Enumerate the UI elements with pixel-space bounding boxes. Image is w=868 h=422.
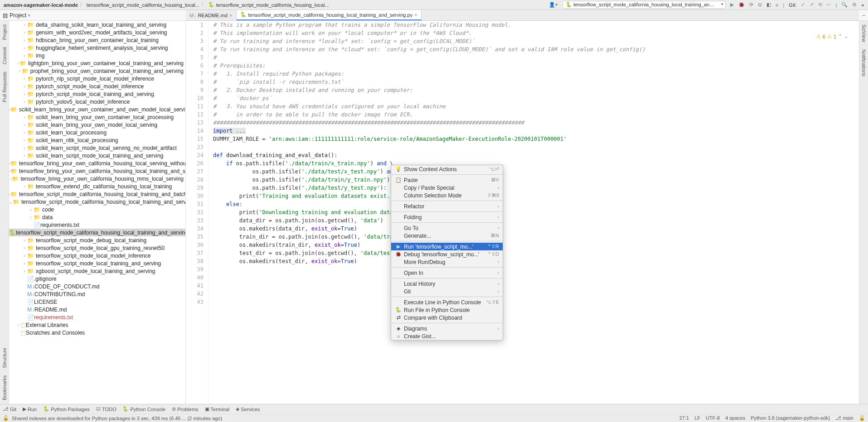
editor-tab[interactable]: 🐍 tensorflow_script_mode_california_hous… bbox=[237, 10, 422, 20]
git-update-icon[interactable]: ✓ bbox=[801, 2, 805, 8]
status-indent[interactable]: 4 spaces bbox=[725, 415, 745, 421]
context-menu-item[interactable]: ◈Diagrams› bbox=[391, 325, 503, 332]
search-icon[interactable]: 🔍 bbox=[841, 2, 848, 8]
code-editor[interactable]: 1234567891011121314152324262728293031323… bbox=[186, 21, 859, 404]
bottom-tool-terminal[interactable]: ▣ Terminal bbox=[205, 406, 230, 412]
status-caret[interactable]: 27:1 bbox=[679, 415, 689, 421]
hide-icon[interactable]: − bbox=[862, 12, 865, 19]
tree-item[interactable]: ›📁data bbox=[9, 213, 185, 221]
status-readonly-icon[interactable]: 🔓 bbox=[859, 415, 865, 421]
git-rollback-icon[interactable]: ⤺ bbox=[827, 2, 831, 8]
project-label[interactable]: Project bbox=[10, 12, 26, 19]
run-button[interactable]: ▶ bbox=[730, 2, 734, 8]
tree-item[interactable]: ›📁scikit_learn_nltk_local_processing bbox=[9, 136, 185, 144]
statusbar-lock-icon[interactable]: 🔓 bbox=[3, 415, 9, 421]
code-content[interactable]: # This is a sample Python program that t… bbox=[209, 21, 859, 404]
tree-item[interactable]: ›⬚ External Libraries bbox=[9, 321, 185, 329]
tree-item[interactable]: ›📁hdbscan_bring_your_own_container_local… bbox=[9, 36, 185, 44]
project-tree[interactable]: ›📁delta_sharing_scikit_learn_local_train… bbox=[9, 21, 185, 336]
tree-item[interactable]: ›📁gensim_with_word2vec_model_artifacts_l… bbox=[9, 29, 185, 36]
tree-item[interactable]: ›📁pytorch_yolov5_local_model_inference bbox=[9, 98, 185, 106]
context-menu-item[interactable]: Execute Line in Python Console⌥⇧E bbox=[391, 298, 503, 306]
close-icon[interactable]: × bbox=[229, 13, 232, 18]
context-menu-item[interactable]: ⇄Compare with Clipboard bbox=[391, 314, 503, 321]
bottom-tool-pypkg[interactable]: 🐍 Python Packages bbox=[43, 406, 90, 412]
bottom-tool-git[interactable]: ⎇ Git bbox=[3, 406, 16, 412]
git-history-icon[interactable]: ⟲ bbox=[818, 2, 822, 8]
settings-icon[interactable]: ⚙ bbox=[852, 2, 857, 8]
tree-item[interactable]: ›📁scikit_learn_local_processing bbox=[9, 129, 185, 136]
user-icon[interactable]: 👤▾ bbox=[549, 2, 558, 8]
tree-item[interactable]: ›📁delta_sharing_scikit_learn_local_train… bbox=[9, 21, 185, 29]
tree-item[interactable]: ›📁scikit_learn_bring_your_own_model_loca… bbox=[9, 121, 185, 129]
left-tool-project[interactable]: Project bbox=[2, 24, 7, 40]
breadcrumb-file[interactable]: tensorflow_script_mode_california_housin… bbox=[216, 2, 329, 8]
bottom-tool-todo[interactable]: ☑ TODO bbox=[96, 406, 116, 412]
tree-item[interactable]: M↓ CONTRIBUTING.md bbox=[9, 290, 185, 298]
context-menu-item[interactable]: Local History› bbox=[391, 280, 503, 288]
breadcrumb-root[interactable]: amazon-sagemaker-local-mode bbox=[4, 2, 78, 8]
profile-button[interactable]: ⊙ bbox=[758, 2, 762, 8]
project-view-selector[interactable]: ▾ bbox=[28, 13, 30, 18]
close-icon[interactable]: × bbox=[414, 12, 417, 18]
context-menu-item[interactable]: Go To› bbox=[391, 224, 503, 232]
tree-item[interactable]: ⌄📁tensorflow_script_mode_california_hous… bbox=[9, 198, 185, 206]
tree-item[interactable]: M↓ README.md bbox=[9, 306, 185, 313]
tree-item[interactable]: ›📁tensorflow_script_mode_local_gpu_train… bbox=[9, 244, 185, 252]
tree-item[interactable]: ›📁code bbox=[9, 206, 185, 213]
bottom-tool-run[interactable]: ▶ Run bbox=[23, 406, 37, 412]
tree-item[interactable]: ›📁xgboost_script_mode_local_training_and… bbox=[9, 267, 185, 275]
bottom-tool-pycon[interactable]: 🐍 Python Console bbox=[122, 406, 165, 412]
left-tool-bookmarks[interactable]: Bookmarks bbox=[2, 375, 7, 400]
status-interpreter[interactable]: Python 3.8 (sagemaker-python-sdk) bbox=[751, 415, 830, 421]
context-menu-item[interactable]: Generate...⌘N bbox=[391, 232, 503, 240]
context-menu-item[interactable]: 📋Paste⌘V bbox=[391, 176, 503, 184]
tree-item[interactable]: ⬚ Scratches and Consoles bbox=[9, 329, 185, 336]
tree-item[interactable]: ›📁scikit_learn_script_mode_local_serving… bbox=[9, 144, 185, 152]
tree-item[interactable]: ›📁prophet_bring_your_own_container_local… bbox=[9, 67, 185, 75]
breadcrumb-folder[interactable]: tensorflow_script_mode_california_housin… bbox=[87, 2, 199, 8]
context-menu-item[interactable]: Refactor› bbox=[391, 202, 503, 210]
tree-item[interactable]: ›📁tensorflow_extend_dlc_california_housi… bbox=[9, 182, 185, 190]
status-encoding[interactable]: UTF-8 bbox=[706, 415, 720, 421]
context-menu-item[interactable]: 💡Show Context Actions⌥⏎ bbox=[391, 165, 503, 173]
context-menu-item[interactable]: Copy / Paste Special› bbox=[391, 184, 503, 192]
tree-item[interactable]: ›📁tensorflow_bring_your_own_california_h… bbox=[9, 175, 185, 182]
status-lineending[interactable]: LF bbox=[694, 415, 700, 421]
coverage-button[interactable]: ⟳ bbox=[749, 2, 753, 8]
tree-item[interactable]: ›📁pytorch_script_mode_local_training_and… bbox=[9, 90, 185, 98]
editor-tab[interactable]: M↓ README.md × bbox=[186, 10, 237, 20]
tree-item[interactable]: ›📁tensorflow_script_mode_local_model_inf… bbox=[9, 252, 185, 259]
stop-button[interactable]: ■ bbox=[776, 2, 779, 8]
tree-item[interactable]: ›📁scikit_learn_bring_your_own_container_… bbox=[9, 113, 185, 121]
context-menu-item[interactable]: Folding› bbox=[391, 213, 503, 221]
tree-item[interactable]: ›📁huggingface_hebert_sentiment_analysis_… bbox=[9, 44, 185, 52]
context-menu-item[interactable]: ○Create Gist... bbox=[391, 332, 503, 340]
status-branch[interactable]: ⎇ main bbox=[835, 415, 853, 421]
left-tool-commit[interactable]: Commit bbox=[2, 47, 7, 64]
tree-item[interactable]: M↓ CODE_OF_CONDUCT.md bbox=[9, 283, 185, 290]
tree-item[interactable]: 📄 LICENSE bbox=[9, 298, 185, 306]
tree-item[interactable]: ›📁pytorch_nlp_script_mode_local_model_in… bbox=[9, 75, 185, 82]
line-gutter[interactable]: 1234567891011121314152324262728293031323… bbox=[186, 21, 209, 404]
right-tool-notifications[interactable]: Notifications bbox=[861, 49, 867, 77]
tree-item[interactable]: ›📁img bbox=[9, 52, 185, 59]
tree-item[interactable]: ›📁tensorflow_script_mode_local_training_… bbox=[9, 259, 185, 267]
run-config-selector[interactable]: 🐍 tensorflow_script_mode_california_hous… bbox=[563, 1, 726, 9]
context-menu-item[interactable]: Column Selection Mode⇧⌘8 bbox=[391, 192, 503, 199]
context-menu-item[interactable]: Open In› bbox=[391, 269, 503, 277]
debug-button[interactable]: 🐞 bbox=[738, 2, 745, 8]
left-tool-pullreq[interactable]: Pull Requests bbox=[2, 72, 7, 102]
context-menu-item[interactable]: 🐍Run File in Python Console bbox=[391, 306, 503, 314]
tree-item[interactable]: ›📁tensorflow_script_mode_california_hous… bbox=[9, 190, 185, 198]
git-push-icon[interactable]: ↗ bbox=[810, 2, 814, 8]
left-tool-structure[interactable]: Structure bbox=[2, 348, 7, 368]
bottom-tool-problems[interactable]: ⊘ Problems bbox=[172, 406, 198, 412]
bottom-tool-services[interactable]: ◈ Services bbox=[236, 406, 260, 412]
context-menu-item[interactable]: More Run/Debug› bbox=[391, 258, 503, 266]
tree-item[interactable]: ›📁lightgbm_bring_your_own_container_loca… bbox=[9, 59, 185, 67]
context-menu-item[interactable]: 🐞Debug 'tensorflow_script_mo...'⌃⇧D bbox=[391, 250, 503, 258]
tree-item[interactable]: ›📁tensorflow_bring_your_own_california_h… bbox=[9, 159, 185, 167]
context-menu-item[interactable]: Git› bbox=[391, 288, 503, 295]
tree-item[interactable]: ›📁tensorflow_bring_your_own_california_h… bbox=[9, 167, 185, 175]
